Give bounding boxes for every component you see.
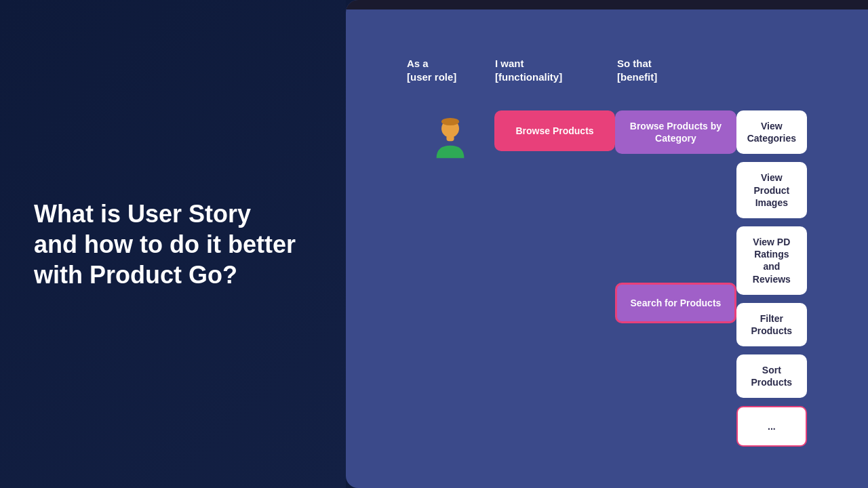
user-role-col	[407, 104, 494, 165]
avatar	[430, 117, 471, 165]
col-header-user-role: As a [user role]	[407, 57, 495, 83]
browse-by-category-card[interactable]: Browse Products by Category	[615, 110, 736, 154]
svg-rect-2	[447, 135, 454, 141]
user-avatar-icon	[430, 117, 471, 161]
functionality-col: Browse Products	[494, 104, 615, 151]
svg-point-1	[441, 118, 459, 125]
left-panel: What is User Story and how to do it bett…	[0, 0, 346, 488]
view-product-images-card[interactable]: View Product Images	[736, 162, 807, 218]
benefits-col: View Categories View Product Images View…	[736, 104, 807, 447]
top-bar	[346, 0, 868, 9]
right-panel: As a [user role] I want [functionality] …	[346, 0, 868, 488]
browse-products-card[interactable]: Browse Products	[494, 110, 615, 151]
view-pd-ratings-card[interactable]: View PD Ratings and Reviews	[736, 226, 807, 295]
col-header-sothat: So that [benefit]	[617, 57, 739, 83]
sort-products-card[interactable]: Sort Products	[736, 354, 807, 398]
col-header-functionality: I want [functionality]	[495, 57, 617, 83]
rows-area: Browse Products Browse Products by Categ…	[407, 104, 807, 447]
content-area: As a [user role] I want [functionality] …	[380, 37, 834, 467]
main-title: What is User Story and how to do it bett…	[34, 199, 296, 290]
filter-products-card[interactable]: Filter Products	[736, 303, 807, 346]
ellipsis-card[interactable]: ...	[736, 406, 807, 447]
view-categories-card[interactable]: View Categories	[736, 110, 807, 154]
sothat-col: Browse Products by Category Search for P…	[615, 104, 736, 323]
column-headers: As a [user role] I want [functionality] …	[407, 57, 807, 83]
search-for-products-card[interactable]: Search for Products	[615, 283, 736, 323]
